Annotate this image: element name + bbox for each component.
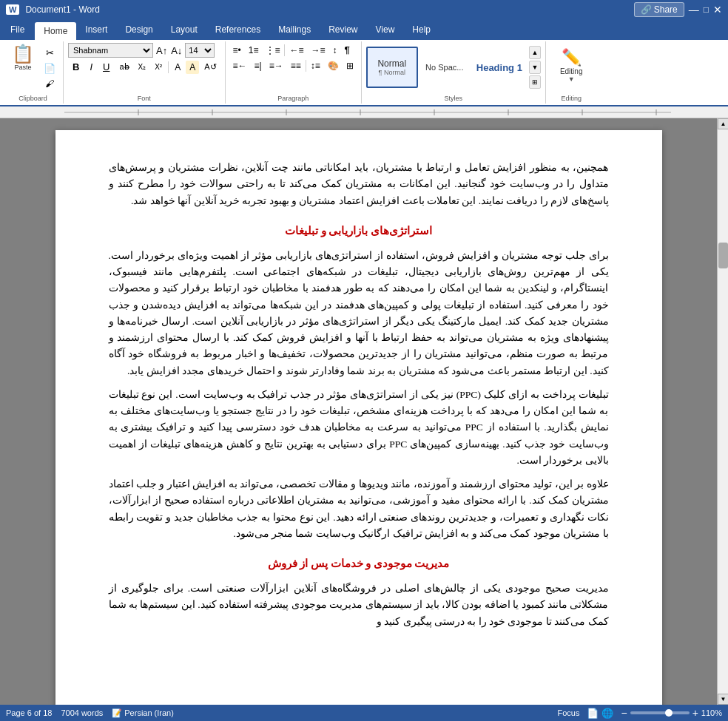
- editing-button[interactable]: ✏️ Editing ▼: [553, 44, 590, 87]
- underline-button[interactable]: U: [98, 60, 114, 74]
- italic-button[interactable]: I: [85, 60, 97, 74]
- zoom-out-button[interactable]: −: [621, 707, 627, 719]
- justify-button[interactable]: ≡≡: [288, 59, 304, 72]
- style-nospace[interactable]: No Spac...: [419, 47, 470, 88]
- share-button[interactable]: 🔗 Share: [634, 2, 684, 17]
- increase-indent-button[interactable]: →≡: [309, 44, 328, 57]
- shading-button[interactable]: 🎨: [325, 59, 342, 72]
- style-heading1[interactable]: Heading 1: [471, 47, 528, 88]
- menu-tab-home[interactable]: Home: [35, 22, 76, 40]
- style-normal-label: Normal: [377, 58, 406, 69]
- view-mode-icons: 📄 🌐: [587, 708, 613, 719]
- copy-button[interactable]: 📄: [41, 61, 58, 75]
- style-normal-sub: ¶ Normal: [379, 69, 405, 76]
- language-icon: 📝: [112, 708, 122, 718]
- font-grow-button[interactable]: A↑: [155, 45, 168, 56]
- ruler: [64, 106, 671, 118]
- section-title-inventory: مدیریت موجودی و خدمات پس از فروش: [109, 555, 609, 573]
- document-page: همچنین، به منظور افزایش تعامل و ارتباط ب…: [55, 130, 662, 705]
- clipboard-group: 📋 Paste ✂ 📄 🖌 Clipboard: [3, 41, 64, 104]
- share-label: Share: [654, 4, 678, 15]
- styles-scroll-down[interactable]: ▼: [529, 61, 541, 74]
- zoom-controls: − + 110%: [621, 707, 722, 719]
- numbering-button[interactable]: 1≡: [246, 44, 262, 57]
- align-right-button[interactable]: ≡→: [266, 59, 286, 72]
- zoom-in-button[interactable]: +: [692, 707, 698, 719]
- clipboard-group-label: Clipboard: [3, 95, 63, 102]
- language-indicator: 📝 Persian (Iran): [112, 708, 174, 718]
- page-info: Page 6 of 18: [6, 708, 52, 717]
- bold-button[interactable]: B: [68, 60, 84, 74]
- bullets-button[interactable]: ≡•: [230, 44, 244, 57]
- align-left-button[interactable]: ≡←: [230, 59, 250, 72]
- paste-icon: 📋: [12, 45, 34, 63]
- text-color-button[interactable]: A: [171, 61, 184, 74]
- zoom-level: 110%: [701, 708, 722, 717]
- focus-button[interactable]: Focus: [558, 708, 580, 717]
- scroll-thumb[interactable]: [718, 243, 728, 268]
- editing-dropdown-icon: ▼: [568, 75, 575, 83]
- format-painter-button[interactable]: 🖌: [41, 77, 58, 90]
- scroll-up-button[interactable]: ▲: [718, 118, 728, 129]
- section-title-marketing: استراتژی‌های بازاریابی و تبلیغات: [109, 223, 609, 240]
- cut-button[interactable]: ✂: [41, 46, 58, 60]
- maximize-button[interactable]: □: [704, 4, 709, 15]
- line-spacing-button[interactable]: ↕≡: [308, 59, 323, 72]
- styles-scroll-up[interactable]: ▲: [529, 46, 541, 59]
- style-normal[interactable]: Normal ¶ Normal: [366, 47, 418, 88]
- document-scroll-area[interactable]: همچنین، به منظور افزایش تعامل و ارتباط ب…: [0, 118, 717, 705]
- language-label: Persian (Iran): [124, 708, 174, 717]
- menu-tab-mailings[interactable]: Mailings: [269, 19, 320, 40]
- multilevel-button[interactable]: ⋮≡: [263, 44, 283, 57]
- menu-tab-references[interactable]: References: [206, 19, 269, 40]
- word-count: 7004 words: [61, 708, 103, 717]
- menu-tab-layout[interactable]: Layout: [162, 19, 206, 40]
- section-paragraph-inv-0: مدیریت صحیح موجودی یکی از چالش‌های اصلی …: [109, 580, 609, 630]
- zoom-slider-thumb: [665, 709, 673, 717]
- paragraph-group: ≡• 1≡ ⋮≡ ←≡ →≡ ↕ ¶ ≡← ≡| ≡→ ≡≡ ↕≡ 🎨 ⊞ Pa…: [226, 41, 362, 104]
- sort-button[interactable]: ↕: [330, 44, 340, 57]
- zoom-slider-track[interactable]: [630, 711, 690, 714]
- editing-group-label: Editing: [546, 95, 597, 102]
- editing-label: Editing: [560, 67, 583, 75]
- show-marks-button[interactable]: ¶: [342, 43, 353, 57]
- menu-tab-file[interactable]: File: [3, 21, 32, 38]
- paste-label: Paste: [14, 64, 31, 71]
- borders-button[interactable]: ⊞: [343, 59, 357, 72]
- web-layout-button[interactable]: 🌐: [601, 708, 613, 719]
- share-icon: 🔗: [641, 4, 652, 15]
- font-shrink-button[interactable]: A↓: [170, 45, 183, 56]
- print-layout-button[interactable]: 📄: [587, 708, 599, 719]
- styles-group-label: Styles: [362, 95, 545, 102]
- decrease-indent-button[interactable]: ←≡: [286, 44, 306, 57]
- styles-group: Normal ¶ Normal No Spac... Heading 1 ▲ ▼…: [362, 41, 546, 104]
- font-name-select[interactable]: Shabnam: [68, 43, 153, 58]
- clear-format-button[interactable]: A↺: [200, 61, 220, 73]
- status-bar: Page 6 of 18 7004 words 📝 Persian (Iran)…: [0, 705, 728, 721]
- scroll-down-button[interactable]: ▼: [718, 694, 728, 705]
- section-paragraph-0: برای جلب توجه مشتریان و افزایش فروش، است…: [109, 248, 609, 379]
- document-title: Document1 - Word: [25, 4, 99, 15]
- word-logo-icon: W: [6, 4, 19, 15]
- editing-group: ✏️ Editing ▼ Editing: [546, 41, 597, 104]
- menu-tab-view[interactable]: View: [367, 19, 404, 40]
- align-center-button[interactable]: ≡|: [252, 59, 265, 72]
- editing-icon: ✏️: [562, 48, 582, 67]
- minimize-button[interactable]: —: [689, 4, 699, 16]
- section-paragraph-2: علاوه بر این، تولید محتوای ارزشمند و آمو…: [109, 476, 609, 542]
- menu-tab-insert[interactable]: Insert: [76, 19, 116, 40]
- preamble-paragraph: همچنین، به منظور افزایش تعامل و ارتباط ب…: [109, 160, 609, 209]
- font-group-label: Font: [64, 95, 225, 102]
- menu-tab-review[interactable]: Review: [320, 19, 366, 40]
- superscript-button[interactable]: X²: [151, 61, 166, 72]
- font-size-select[interactable]: 14: [185, 43, 215, 58]
- menu-tab-design[interactable]: Design: [116, 19, 161, 40]
- menu-tab-help[interactable]: Help: [403, 19, 439, 40]
- paragraph-group-label: Paragraph: [226, 95, 361, 102]
- subscript-button[interactable]: X₂: [135, 61, 150, 72]
- strikethrough-button[interactable]: ab̶: [115, 61, 132, 73]
- styles-expand[interactable]: ⊞: [529, 75, 541, 89]
- close-button[interactable]: ✕: [713, 4, 722, 16]
- paste-button[interactable]: 📋 Paste: [7, 43, 38, 73]
- highlight-button[interactable]: A: [186, 61, 199, 74]
